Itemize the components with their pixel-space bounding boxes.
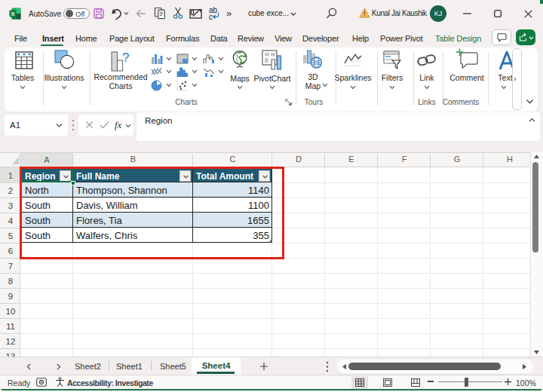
svg-text:?: ?: [122, 51, 129, 65]
svg-text:9: 9: [8, 292, 13, 301]
svg-text:10: 10: [6, 307, 16, 316]
svg-text:2: 2: [8, 186, 13, 195]
svg-text:5: 5: [8, 231, 13, 240]
svg-text:12: 12: [6, 337, 16, 346]
svg-text:4: 4: [8, 216, 14, 225]
svg-text:8: 8: [8, 277, 13, 286]
svg-text:1: 1: [8, 171, 13, 180]
svg-text:3: 3: [8, 201, 13, 210]
svg-text:6: 6: [8, 247, 13, 256]
svg-text:7: 7: [8, 262, 13, 271]
svg-text:11: 11: [6, 322, 15, 331]
